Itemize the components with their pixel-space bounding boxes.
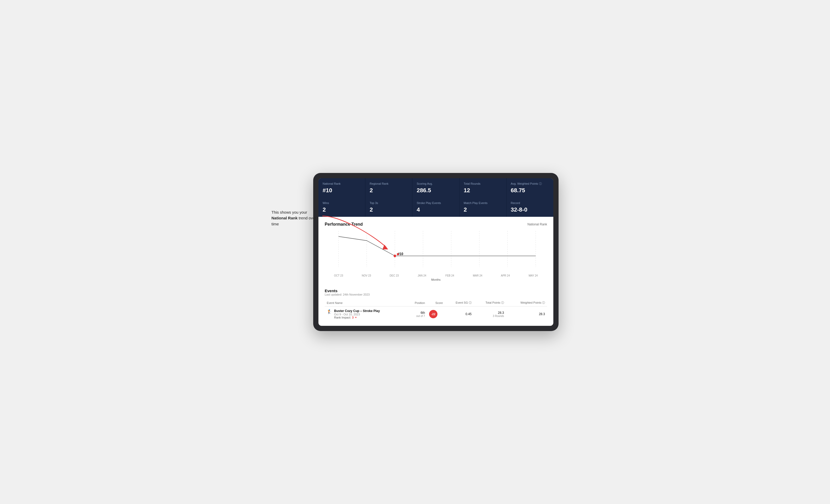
- stat-match-play-events: Match Play Events 2: [459, 198, 506, 217]
- stat-total-rounds-value: 12: [464, 187, 502, 194]
- col-event-sg: Event SG ⓘ: [445, 299, 474, 306]
- x-label-oct23: OCT 23: [325, 274, 353, 277]
- svg-point-11: [397, 253, 399, 256]
- total-points-value: 28.3: [476, 311, 504, 314]
- stat-match-play-events-label: Match Play Events: [464, 201, 502, 205]
- stat-avg-weighted-points: Avg. Weighted Points ⓘ 68.75: [507, 178, 553, 198]
- stat-top3s-value: 2: [370, 206, 408, 213]
- stats-header-row1: National Rank #10 Regional Rank 2 Scorin…: [318, 178, 553, 198]
- total-points-sub: 3 Rounds: [476, 314, 504, 317]
- stat-wins: Wins 2: [318, 198, 365, 217]
- stat-national-rank-label: National Rank: [323, 182, 361, 186]
- x-label-nov23: NOV 23: [353, 274, 381, 277]
- events-title: Events: [325, 289, 547, 293]
- stat-national-rank: National Rank #10: [318, 178, 365, 198]
- outer-container: This shows you your National Rank trend …: [272, 173, 558, 331]
- event-name: Buster Cozy Cup – Stroke Play: [334, 309, 380, 313]
- event-position: 6th out of 7: [406, 306, 427, 322]
- stat-top3s: Top 3s 2: [365, 198, 412, 217]
- performance-chart: #10: [325, 231, 547, 273]
- golf-icon: 🏌: [327, 309, 332, 314]
- event-weighted-points: 28.3: [506, 306, 547, 322]
- x-label-apr24: APR 24: [491, 274, 519, 277]
- stat-record: Record 32-8-0: [507, 198, 553, 217]
- score-badge: -22: [429, 310, 438, 318]
- stat-wins-value: 2: [323, 206, 361, 213]
- stat-regional-rank-label: Regional Rank: [370, 182, 408, 186]
- performance-header: Performance Trend National Rank: [325, 222, 547, 227]
- stat-record-value: 32-8-0: [511, 206, 549, 213]
- event-total-points: 28.3 3 Rounds: [474, 306, 506, 322]
- stat-regional-rank-value: 2: [370, 187, 408, 194]
- stat-record-label: Record: [511, 201, 549, 205]
- stat-stroke-play-events: Stroke Play Events 4: [412, 198, 459, 217]
- x-label-dec23: DEC 23: [380, 274, 408, 277]
- stat-stroke-play-events-value: 4: [417, 206, 455, 213]
- tooltip-annotation: This shows you your National Rank trend …: [272, 209, 321, 227]
- stat-scoring-avg-value: 286.5: [417, 187, 455, 194]
- performance-title: Performance Trend: [325, 222, 363, 227]
- stat-regional-rank: Regional Rank 2: [365, 178, 412, 198]
- stat-match-play-events-value: 2: [464, 206, 502, 213]
- col-total-points: Total Points ⓘ: [474, 299, 506, 306]
- chart-svg: #10: [325, 231, 547, 273]
- stat-total-rounds-label: Total Rounds: [464, 182, 502, 186]
- events-section: Events Last updated: 24th November 2023 …: [318, 284, 553, 326]
- position-value: 6th: [409, 311, 425, 314]
- rank-impact-label: Rank Impact:: [334, 316, 351, 319]
- rank-impact-value: 3: [352, 316, 354, 319]
- stats-header-row2: Wins 2 Top 3s 2 Stroke Play Events 4 Mat…: [318, 198, 553, 217]
- table-row: 🏌 Buster Cozy Cup – Stroke Play Oct 9 - …: [325, 306, 547, 322]
- event-sg: 0.45: [445, 306, 474, 322]
- events-updated: Last updated: 24th November 2023: [325, 293, 547, 296]
- col-position: Position: [406, 299, 427, 306]
- x-label-jan24: JAN 24: [408, 274, 436, 277]
- position-sub: out of 7: [409, 314, 425, 317]
- stat-avg-weighted-points-label: Avg. Weighted Points ⓘ: [511, 182, 549, 186]
- x-label-mar24: MAR 24: [464, 274, 492, 277]
- stat-scoring-avg: Scoring Avg. 286.5: [412, 178, 459, 198]
- event-name-cell: 🏌 Buster Cozy Cup – Stroke Play Oct 9 - …: [325, 306, 406, 322]
- events-table: Event Name Position Score Event SG ⓘ Tot…: [325, 299, 547, 322]
- stat-avg-weighted-points-value: 68.75: [511, 187, 549, 194]
- tablet-screen: National Rank #10 Regional Rank 2 Scorin…: [318, 178, 553, 326]
- stat-top3s-label: Top 3s: [370, 201, 408, 205]
- svg-point-9: [393, 255, 396, 258]
- rank-impact-arrow: ▼: [355, 316, 357, 319]
- event-score: -22: [427, 306, 445, 322]
- col-event-name: Event Name: [325, 299, 406, 306]
- chart-x-axis: OCT 23 NOV 23 DEC 23 JAN 24 FEB 24 MAR 2…: [325, 273, 547, 278]
- event-rank-impact: Rank Impact: 3 ▼: [334, 316, 380, 319]
- x-label-may24: MAY 24: [519, 274, 547, 277]
- performance-section: Performance Trend National Rank: [318, 217, 553, 284]
- event-date: Oct 9 - Oct 10, 2023: [334, 313, 380, 316]
- stat-national-rank-value: #10: [323, 187, 361, 194]
- chart-x-title: Months: [325, 278, 547, 284]
- performance-subtitle: National Rank: [528, 223, 547, 226]
- stat-total-rounds: Total Rounds 12: [459, 178, 506, 198]
- tablet-frame: National Rank #10 Regional Rank 2 Scorin…: [313, 173, 558, 331]
- events-table-header: Event Name Position Score Event SG ⓘ Tot…: [325, 299, 547, 306]
- col-score: Score: [427, 299, 445, 306]
- events-table-body: 🏌 Buster Cozy Cup – Stroke Play Oct 9 - …: [325, 306, 547, 322]
- tooltip-bold: National Rank: [272, 216, 297, 220]
- col-weighted-points: Weighted Points ⓘ: [506, 299, 547, 306]
- tooltip-text1: This shows you your: [272, 210, 307, 214]
- stat-scoring-avg-label: Scoring Avg.: [417, 182, 455, 186]
- stat-wins-label: Wins: [323, 201, 361, 205]
- stat-stroke-play-events-label: Stroke Play Events: [417, 201, 455, 205]
- x-label-feb24: FEB 24: [436, 274, 464, 277]
